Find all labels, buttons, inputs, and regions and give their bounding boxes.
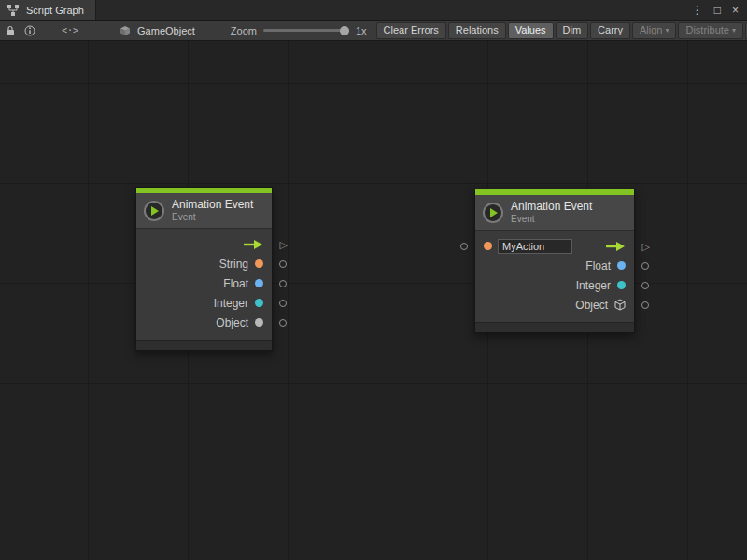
node-body: ▷ Float Integer Object: [475, 231, 634, 322]
script-graph-icon: [6, 3, 21, 18]
zoom-label: Zoom: [231, 25, 257, 36]
object-cube-icon: [614, 299, 626, 311]
output-row-integer: Integer: [136, 293, 272, 313]
align-button[interactable]: Align ▾: [632, 22, 676, 39]
string-type-dot: [255, 259, 263, 268]
values-button[interactable]: Values: [508, 22, 554, 39]
action-name-field[interactable]: [498, 239, 572, 254]
object-type-dot: [255, 318, 263, 327]
relations-button[interactable]: Relations: [448, 22, 506, 39]
action-input-row: ▷: [475, 236, 634, 256]
flow-output-port[interactable]: ▷: [642, 241, 650, 251]
toolbar-buttons: Clear Errors Relations Values Dim Carry …: [376, 22, 747, 39]
flow-arrow-icon[interactable]: [243, 239, 263, 250]
event-play-icon: [144, 201, 164, 221]
zoom-slider[interactable]: [263, 25, 349, 36]
zoom-slider-track: [263, 29, 349, 32]
gameobject-breadcrumb[interactable]: GameObject: [118, 23, 195, 38]
tab-script-graph[interactable]: Script Graph: [0, 0, 96, 20]
window-controls: ⋮ □ ×: [692, 0, 747, 20]
node-footer: [475, 322, 634, 332]
distribute-button[interactable]: Distribute ▾: [678, 22, 742, 39]
chevron-down-icon: ▾: [732, 27, 736, 35]
zoom-slider-handle[interactable]: [340, 26, 349, 35]
output-row-object: Object: [475, 295, 634, 315]
gameobject-icon: [118, 23, 133, 38]
node-footer: [136, 340, 272, 350]
maximize-icon[interactable]: □: [714, 5, 721, 16]
node-header[interactable]: Animation Event Event: [475, 195, 634, 231]
float-output-port[interactable]: [641, 262, 649, 270]
chevron-down-icon: ▾: [665, 27, 669, 35]
tab-title: Script Graph: [26, 5, 84, 16]
integer-output-port[interactable]: [641, 282, 649, 289]
output-row-string: String: [136, 254, 272, 273]
node-subtitle: Event: [172, 212, 253, 222]
object-output-port[interactable]: [641, 301, 649, 309]
node-body: ▷ String Float Integer Object: [136, 229, 272, 340]
integer-type-dot: [617, 281, 626, 289]
output-row-float: Float: [136, 273, 272, 293]
graph-canvas[interactable]: Animation Event Event ▷ String F: [0, 41, 747, 560]
integer-output-port[interactable]: [279, 300, 287, 307]
flow-output-port[interactable]: ▷: [280, 239, 288, 249]
node-animation-event-1[interactable]: Animation Event Event ▷ String F: [135, 187, 273, 351]
output-row-object: Object: [136, 313, 272, 332]
flow-arrow-icon[interactable]: [605, 241, 626, 252]
dim-button[interactable]: Dim: [556, 22, 589, 39]
zoom-control: Zoom 1x: [231, 25, 367, 36]
integer-type-dot: [255, 299, 263, 307]
float-type-dot: [255, 279, 263, 287]
object-output-port[interactable]: [279, 319, 287, 327]
window-tab-bar: Script Graph ⋮ □ ×: [0, 0, 747, 21]
graph-toolbar: <·> GameObject Zoom 1x Clear Errors Rela…: [0, 21, 747, 41]
flow-output-row: ▷: [136, 234, 272, 254]
node-title: Animation Event: [172, 199, 253, 211]
carry-button[interactable]: Carry: [590, 22, 630, 39]
action-input-port[interactable]: [460, 243, 468, 250]
node-subtitle: Event: [511, 214, 592, 224]
string-output-port[interactable]: [279, 260, 287, 268]
node-animation-event-2[interactable]: Animation Event Event ▷ Float: [474, 189, 635, 333]
info-icon[interactable]: [24, 23, 35, 38]
close-icon[interactable]: ×: [732, 5, 739, 16]
node-header[interactable]: Animation Event Event: [136, 193, 272, 229]
gameobject-label: GameObject: [137, 25, 195, 36]
float-type-dot: [617, 261, 626, 270]
output-row-integer: Integer: [475, 275, 634, 295]
lock-icon[interactable]: [6, 23, 15, 38]
zoom-value: 1x: [356, 25, 367, 36]
string-type-dot: [484, 242, 492, 250]
menu-icon[interactable]: ⋮: [692, 5, 703, 16]
node-title: Animation Event: [511, 201, 592, 213]
event-play-icon: [483, 203, 503, 223]
code-icon[interactable]: <·>: [62, 23, 78, 38]
clear-errors-button[interactable]: Clear Errors: [376, 22, 446, 39]
float-output-port[interactable]: [279, 280, 287, 287]
output-row-float: Float: [475, 256, 634, 275]
